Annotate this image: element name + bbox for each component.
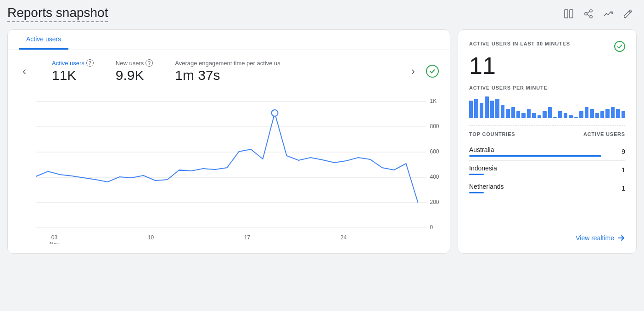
svg-text:600: 600 [430, 148, 439, 155]
mini-bar-item [506, 109, 510, 118]
new-users-help-icon[interactable]: ? [146, 59, 153, 67]
svg-text:200: 200 [430, 199, 439, 205]
metrics-right: › [408, 63, 439, 79]
country-value: 9 [622, 148, 625, 155]
mini-bar-item [548, 107, 552, 119]
country-row: Indonesia 1 [469, 161, 625, 179]
mini-bar-item [553, 117, 557, 118]
mini-bar-item [490, 101, 494, 118]
mini-bar-item [516, 111, 520, 119]
mini-bar-item [564, 113, 567, 118]
metric-new-users: New users ? 9.9K [116, 59, 153, 83]
svg-rect-1 [570, 10, 573, 18]
right-panel: ACTIVE USERS IN LAST 30 MINUTES 11 ACTIV… [458, 29, 637, 254]
metric-engagement: Average engagement time per active us 1m… [175, 60, 280, 83]
svg-text:03: 03 [51, 234, 58, 241]
mini-bar-item [543, 111, 546, 119]
engagement-value: 1m 37s [175, 68, 280, 83]
compare-icon[interactable] [563, 8, 574, 19]
svg-text:10: 10 [148, 234, 154, 241]
country-row: Australia 9 [469, 142, 625, 161]
next-arrow[interactable]: › [408, 63, 419, 79]
country-name: Indonesia [469, 164, 616, 172]
left-panel: Active users ‹ Active users ? 11K New us… [7, 29, 450, 254]
mini-bar-item [569, 115, 572, 119]
svg-text:Nov: Nov [50, 241, 59, 244]
tab-active-users[interactable]: Active users [19, 30, 68, 50]
svg-text:800: 800 [430, 123, 439, 130]
mini-bar-item [622, 111, 625, 119]
country-info: Indonesia [469, 164, 616, 175]
new-users-value: 9.9K [116, 68, 153, 83]
header: Reports snapshot [0, 0, 644, 26]
realtime-count: 11 [469, 54, 625, 78]
countries-header: TOP COUNTRIES ACTIVE USERS [469, 131, 625, 137]
country-bar [469, 155, 601, 157]
mini-bar-item [474, 99, 478, 119]
metrics-row: ‹ Active users ? 11K New users ? 9.9K Av… [8, 50, 450, 88]
mini-bar-item [574, 117, 578, 118]
countries-list: Australia 9 Indonesia 1 Netherlands 1 [469, 142, 625, 197]
trending-icon[interactable] [603, 8, 614, 19]
mini-bar-item [495, 99, 499, 119]
mini-bar-item [511, 107, 515, 119]
mini-bar-item [532, 113, 536, 118]
country-name: Netherlands [469, 183, 616, 190]
line-chart: 1K 800 600 400 200 0 03 Nov 10 17 24 [19, 88, 439, 244]
mini-bar-item [585, 107, 588, 119]
svg-text:0: 0 [430, 224, 433, 231]
country-name: Australia [469, 146, 616, 153]
svg-text:400: 400 [430, 174, 439, 180]
svg-point-3 [585, 12, 588, 15]
mini-bar-item [611, 107, 615, 119]
realtime-header: ACTIVE USERS IN LAST 30 MINUTES [469, 41, 625, 52]
chart-line [36, 113, 418, 203]
mini-bar-item [605, 109, 609, 118]
country-bar [469, 174, 484, 175]
svg-line-6 [587, 14, 590, 16]
active-users-help-icon[interactable]: ? [86, 59, 94, 67]
country-row: Netherlands 1 [469, 179, 625, 197]
mini-bar-item [590, 109, 594, 118]
divider [469, 125, 625, 126]
active-users-label: Active users ? [52, 59, 94, 67]
mini-bar-item [501, 105, 504, 118]
engagement-label: Average engagement time per active us [175, 60, 280, 67]
mini-bar-item [538, 115, 541, 119]
mini-bar-item [480, 103, 483, 119]
mini-bar-item [616, 109, 620, 118]
active-users-value: 11K [52, 68, 94, 83]
country-bar [469, 192, 484, 193]
svg-text:17: 17 [244, 234, 251, 241]
new-users-label: New users ? [116, 59, 153, 67]
svg-text:1K: 1K [430, 98, 437, 104]
check-icon[interactable] [426, 65, 439, 78]
tab-bar: Active users [8, 30, 450, 50]
svg-line-5 [587, 11, 590, 13]
mini-bar-item [485, 96, 488, 118]
mini-bar-item [579, 111, 583, 119]
mini-bar-item [600, 111, 604, 119]
realtime-title: ACTIVE USERS IN LAST 30 MINUTES [469, 41, 570, 47]
svg-point-2 [590, 10, 593, 12]
mini-bar-item [558, 111, 562, 119]
active-users-col-label: ACTIVE USERS [583, 131, 625, 137]
chart-area: 1K 800 600 400 200 0 03 Nov 10 17 24 [8, 88, 450, 253]
svg-text:24: 24 [341, 234, 347, 241]
metric-active-users: Active users ? 11K [52, 59, 94, 83]
edit-icon[interactable] [623, 9, 633, 19]
view-realtime-link[interactable]: View realtime [469, 226, 625, 242]
country-info: Australia [469, 146, 616, 157]
per-minute-title: ACTIVE USERS PER MINUTE [469, 85, 625, 90]
prev-arrow[interactable]: ‹ [19, 63, 30, 79]
mini-bar-item [595, 113, 599, 118]
header-icons [563, 8, 633, 19]
share-icon[interactable] [583, 9, 594, 19]
mini-bars-chart [469, 95, 625, 118]
page-title: Reports snapshot [7, 6, 108, 22]
mini-bar-item [469, 101, 473, 118]
realtime-check-icon[interactable] [614, 41, 625, 52]
top-countries-label: TOP COUNTRIES [469, 131, 515, 137]
svg-point-4 [590, 16, 593, 18]
country-value: 1 [622, 185, 625, 192]
